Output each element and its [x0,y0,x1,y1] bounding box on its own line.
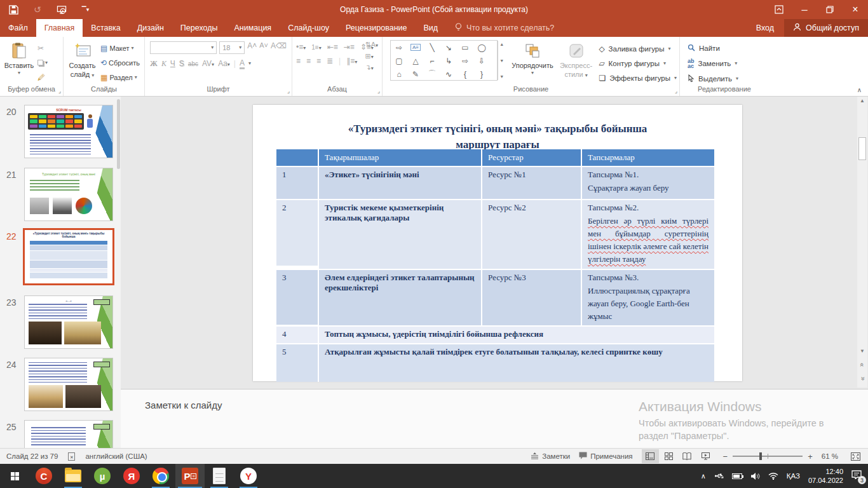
font-name-combo[interactable]: ▾ [150,41,217,54]
scroll-up-icon[interactable]: ▲ [857,98,867,104]
taskbar-notepad-icon[interactable] [205,464,234,488]
zoom-slider-thumb[interactable] [759,452,762,460]
cell-resource[interactable]: Ресурс №3 [482,270,581,325]
align-left-icon[interactable]: ≡ [296,57,301,65]
slide-thumbnail-25[interactable] [24,420,113,448]
action-center-icon[interactable]: 3 [851,470,862,482]
cell-resource[interactable]: Ресурс №2 [482,200,581,269]
tab-slideshow[interactable]: Слайд-шоу [280,19,337,37]
close-icon[interactable]: × [843,0,868,19]
tab-insert[interactable]: Вставка [83,19,128,37]
slide-counter[interactable]: Слайд 22 из 79 [6,452,58,460]
underline-button[interactable]: Ч [170,59,175,68]
tab-view[interactable]: Вид [415,19,446,37]
cell-task[interactable]: Тапсырма №3. Иллюстрациялық сұрақтарға ж… [582,270,714,325]
cut-icon[interactable]: ✂ [36,41,50,55]
increase-indent-icon[interactable]: ⇥≡ [344,43,355,51]
decrease-font-icon[interactable]: A˅ [259,41,268,54]
cell-task[interactable]: Тапсырма №2. Берілген әр түрлі киім түрл… [582,200,714,269]
spellcheck-icon[interactable]: ✕ [68,452,75,461]
bullets-icon[interactable]: •≡▾ [296,43,306,51]
fit-slide-icon[interactable] [847,449,864,463]
shape-fill-button[interactable]: ◇Заливка фигуры▾ [599,43,677,55]
tab-design[interactable]: Дизайн [129,19,172,37]
tab-home[interactable]: Главная [36,19,83,37]
decrease-indent-icon[interactable]: ⇤≡ [327,43,338,51]
clear-formatting-icon[interactable]: A⌫ [271,41,287,54]
shapes-scrollbar[interactable]: ▲▼▼ [498,41,505,80]
text-shadow-button[interactable]: S [179,59,184,68]
slide-thumbnail-23[interactable]: «...» [24,295,113,349]
save-icon[interactable] [9,5,18,15]
quick-styles-button[interactable]: Экспресс- стили ▾ [559,40,594,85]
arrange-button[interactable]: Упорядочить ▾ [512,40,553,85]
align-center-icon[interactable]: ≡ [306,57,311,65]
start-slideshow-icon[interactable] [57,5,67,15]
italic-button[interactable]: К [161,59,166,69]
previous-slide-icon[interactable]: « [857,361,867,369]
zoom-percent[interactable]: 61 % [822,452,838,460]
sign-in-button[interactable]: Вход [746,19,784,37]
section-button[interactable]: ▦Раздел▾ [98,71,142,84]
comments-toggle[interactable]: Примечания [579,452,632,461]
taskbar-utorrent-icon[interactable]: µ [88,464,117,488]
slide-thumbnail-20[interactable]: SCRUM тактасы [24,105,113,158]
paragraph-dialog-launcher[interactable]: ⌟ [377,88,380,94]
table-header-resources[interactable]: Ресурстар [482,149,581,166]
customize-qat-icon[interactable]: ▔▾ [82,6,89,13]
route-sheet-table[interactable]: Тақырыпшалар Ресурстар Тапсырмалар 1 «Эт… [276,149,710,382]
cell-num[interactable]: 3 [276,270,318,325]
justify-icon[interactable]: ≣ [327,57,333,65]
zoom-out-icon[interactable]: − [723,452,728,461]
battery-icon[interactable] [732,473,742,479]
select-button[interactable]: Выделить▾ [688,72,769,85]
restore-icon[interactable] [817,0,843,19]
align-text-icon[interactable]: ⊞▾ [365,52,378,60]
strikethrough-button[interactable]: abc [188,60,198,67]
format-painter-icon[interactable]: 🖉 [36,71,50,84]
cell-resource[interactable]: Ресурс №1 [482,167,581,199]
font-size-combo[interactable]: 18▾ [219,41,245,54]
thumbnail-scrollbar[interactable] [117,99,120,169]
cell-topic[interactable]: «Этикет» түсінігінің мәні [319,167,481,199]
scroll-down-icon[interactable]: ▼ [857,348,867,354]
character-spacing-button[interactable]: AV▾ [202,59,214,68]
font-dialog-launcher[interactable]: ⌟ [287,88,290,94]
usb-icon[interactable] [714,471,724,480]
layout-button[interactable]: ▤Макет▾ [98,41,142,55]
keyboard-language[interactable]: ҚАЗ [787,472,800,480]
clock[interactable]: 12:40 07.04.2022 [808,467,843,485]
tab-transitions[interactable]: Переходы [172,19,226,37]
drawing-dialog-launcher[interactable]: ⌟ [675,88,677,94]
slideshow-view-icon[interactable] [697,449,714,463]
increase-font-icon[interactable]: A˄ [247,41,257,54]
shape-outline-button[interactable]: ▱Контур фигуры▾ [599,57,677,69]
columns-icon[interactable]: ∥≡▾ [346,57,357,65]
numbering-icon[interactable]: 1≡▾ [311,44,321,51]
convert-smartart-icon[interactable]: ↴▾ [365,64,378,72]
slide-canvas[interactable]: «Туризмдегі этикет түсінігі, оның мәні» … [253,105,742,381]
tab-animations[interactable]: Анимация [226,19,280,37]
editor-scrollbar[interactable]: ▲ ▼ « « [857,97,867,388]
shapes-gallery[interactable]: ⇨A≡╲↘▭◯ ▢△⌐↳⇨⇩ ⌂✎⌒∿{} ▲▼▼ [390,40,498,81]
text-direction-icon[interactable]: ⇅A▾ [365,41,378,49]
zoom-slider[interactable] [733,456,803,457]
ribbon-display-options-icon[interactable] [766,0,792,19]
speaker-icon[interactable] [750,472,760,480]
minimize-icon[interactable]: ─ [792,0,817,19]
cell-num[interactable]: 1 [276,167,318,199]
cell-topic-merged[interactable]: Атқарылған жұмысты қалай тиімдірек етуге… [319,344,714,382]
table-header-tasks[interactable]: Тапсырмалар [582,149,714,166]
slide-thumbnail-21[interactable]: Туризмдегі этикет түсінігі, оның мәні [24,168,113,221]
new-slide-button[interactable]: Создать слайд ▾ [66,40,98,85]
slide-thumbnail-24[interactable] [24,358,113,411]
cell-num[interactable]: 4 [276,327,318,343]
zoom-in-icon[interactable]: + [808,452,813,461]
wifi-icon[interactable] [768,472,778,480]
find-button[interactable]: Найти [688,43,769,55]
reset-button[interactable]: ⟲Сбросить [98,56,142,69]
taskbar-ccleaner-icon[interactable]: C [29,464,58,488]
table-header-empty[interactable] [276,149,318,166]
copy-icon[interactable]: ▾ [36,56,50,69]
shape-effects-button[interactable]: ❏Эффекты фигуры▾ [599,72,677,85]
